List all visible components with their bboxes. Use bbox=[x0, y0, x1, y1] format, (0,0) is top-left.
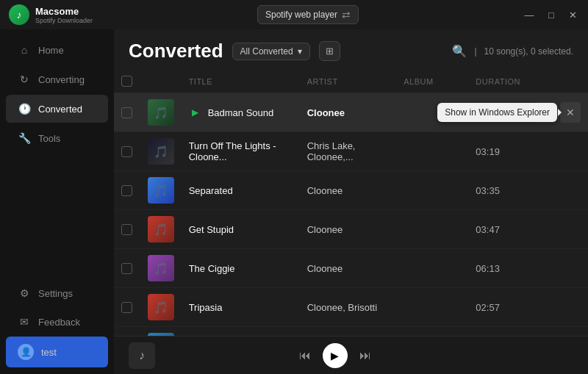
maximize-button[interactable]: □ bbox=[545, 9, 557, 21]
row-checkbox-cell bbox=[114, 171, 140, 210]
row-duration-cell: 06:13 bbox=[468, 249, 528, 288]
minimize-button[interactable]: — bbox=[523, 9, 535, 21]
row-checkbox-cell bbox=[114, 93, 140, 132]
feedback-icon: ✉ bbox=[18, 315, 31, 328]
row-album-cell bbox=[396, 132, 468, 171]
next-button[interactable]: ⏭ bbox=[359, 349, 371, 362]
header-artist-col: ARTIST bbox=[300, 70, 397, 93]
search-icon[interactable]: 🔍 bbox=[452, 44, 467, 58]
track-name: Tripasia bbox=[189, 302, 223, 313]
sidebar-bottom: ⚙ Settings ✉ Feedback 👤 test bbox=[0, 278, 114, 374]
row-artist-cell: Cloonee bbox=[300, 171, 397, 210]
row-title-cell: Get Stupid bbox=[182, 210, 300, 249]
header-right: 🔍 | 10 song(s), 0 selected. bbox=[452, 44, 573, 58]
track-name: The Ciggie bbox=[189, 263, 235, 274]
sidebar-item-converting[interactable]: ↻ Converting bbox=[6, 65, 108, 93]
sidebar-item-feedback[interactable]: ✉ Feedback bbox=[6, 308, 108, 336]
page-title: Converted bbox=[129, 40, 223, 62]
header-title-col: TITLE bbox=[182, 70, 300, 93]
row-checkbox[interactable] bbox=[121, 263, 132, 274]
track-duration: 03:47 bbox=[476, 224, 500, 235]
row-checkbox[interactable] bbox=[121, 302, 132, 313]
app-branding: ♪ Macsome Spotify Downloader bbox=[9, 4, 93, 25]
filter-dropdown[interactable]: All Converted ▾ bbox=[232, 43, 310, 60]
track-art: 🎵 bbox=[148, 138, 174, 165]
app-title: Macsome bbox=[35, 6, 93, 17]
row-artist-cell: Chris Lake, Cloonee,... bbox=[300, 132, 397, 171]
header-duration-col: DURATION bbox=[468, 70, 528, 93]
bottom-left: ♪ bbox=[129, 342, 155, 369]
row-artist-cell: Cloonee bbox=[300, 93, 397, 132]
track-art: 🎵 bbox=[148, 294, 174, 320]
artist-name: Cloonee bbox=[307, 224, 343, 235]
row-title-cell: Turn Off The Lights - Cloone... bbox=[182, 132, 300, 171]
table-row[interactable]: 🎵 Separated Cloonee 03:35 bbox=[114, 171, 588, 210]
artist-name: Cloonee, Brisotti bbox=[307, 302, 377, 313]
row-checkbox[interactable] bbox=[121, 107, 132, 118]
tooltip: Show in Windows Explorer bbox=[437, 103, 557, 122]
table-row[interactable]: 🎵 Love You Like That Cloonee 02:55 bbox=[114, 327, 588, 337]
prev-button[interactable]: ⏮ bbox=[299, 349, 311, 362]
app-body: ⌂ Home ↻ Converting 🕐 Converted 🔧 Tools … bbox=[0, 29, 588, 374]
row-album-cell bbox=[396, 327, 468, 337]
track-duration: 03:19 bbox=[476, 146, 500, 157]
row-actions-cell bbox=[528, 171, 588, 210]
row-duration-cell: 02:55 bbox=[468, 327, 528, 337]
home-icon: ⌂ bbox=[18, 43, 31, 57]
play-pause-button[interactable]: ▶ bbox=[323, 343, 348, 368]
app-subtitle: Spotify Downloader bbox=[35, 17, 93, 24]
table-header-row: TITLE ARTIST ALBUM DURATION bbox=[114, 70, 588, 93]
row-artist-cell: Cloonee bbox=[300, 210, 397, 249]
source-badge[interactable]: Spotify web player ⇄ bbox=[257, 5, 359, 24]
row-artist-cell: Cloonee bbox=[300, 249, 397, 288]
row-actions-cell bbox=[528, 210, 588, 249]
player-controls: ⏮ ▶ ⏭ bbox=[299, 343, 371, 368]
row-checkbox-cell bbox=[114, 327, 140, 337]
converted-icon: 🕐 bbox=[18, 102, 31, 115]
close-button[interactable]: ✕ bbox=[567, 9, 579, 21]
sidebar-item-home[interactable]: ⌂ Home bbox=[6, 36, 108, 64]
row-checkbox[interactable] bbox=[121, 224, 132, 235]
content-header: Converted All Converted ▾ ⊞ 🔍 | 10 song(… bbox=[114, 29, 588, 70]
sidebar-item-settings-label: Settings bbox=[38, 288, 73, 299]
user-profile[interactable]: 👤 test bbox=[6, 337, 108, 367]
sidebar: ⌂ Home ↻ Converting 🕐 Converted 🔧 Tools … bbox=[0, 29, 114, 374]
row-checkbox[interactable] bbox=[121, 185, 132, 196]
filter-label: All Converted bbox=[240, 46, 293, 57]
table-row[interactable]: 🎵 Get Stupid Cloonee 03:47 bbox=[114, 210, 588, 249]
header-art-col bbox=[140, 70, 182, 93]
app-name-block: Macsome Spotify Downloader bbox=[35, 6, 93, 24]
music-note-icon: ♪ bbox=[139, 349, 145, 362]
music-note-button[interactable]: ♪ bbox=[129, 342, 155, 369]
row-duration-cell: 02:57 bbox=[468, 288, 528, 327]
table-row[interactable]: 🎵 Tripasia Cloonee, Brisotti 02:57 bbox=[114, 288, 588, 327]
tools-icon: 🔧 bbox=[18, 132, 31, 145]
row-title-cell: Love You Like That bbox=[182, 327, 300, 337]
track-list: TITLE ARTIST ALBUM DURATION 🎵 ▶ Bad bbox=[114, 70, 588, 336]
table-row[interactable]: 🎵 ▶ Badman Sound Cloonee 02:56 📁 bbox=[114, 93, 588, 132]
row-checkbox-cell bbox=[114, 210, 140, 249]
row-title-cell: ▶ Badman Sound bbox=[182, 93, 300, 132]
track-art: 🎵 bbox=[148, 216, 174, 242]
sidebar-item-converted[interactable]: 🕐 Converted bbox=[6, 95, 108, 123]
row-checkbox[interactable] bbox=[121, 146, 132, 157]
row-checkbox-cell bbox=[114, 288, 140, 327]
row-album-cell bbox=[396, 210, 468, 249]
sidebar-item-converting-label: Converting bbox=[38, 74, 85, 85]
grid-view-button[interactable]: ⊞ bbox=[319, 41, 340, 61]
header-actions-col bbox=[528, 70, 588, 93]
sidebar-item-tools-label: Tools bbox=[38, 133, 60, 144]
select-all-checkbox[interactable] bbox=[121, 76, 132, 87]
row-actions-cell bbox=[528, 327, 588, 337]
table-row[interactable]: 🎵 The Ciggie Cloonee 06:13 bbox=[114, 249, 588, 288]
row-duration-cell: 03:19 bbox=[468, 132, 528, 171]
track-art: 🎵 bbox=[148, 177, 174, 204]
track-art: 🎵 bbox=[148, 255, 174, 281]
source-selector: Spotify web player ⇄ bbox=[257, 5, 359, 24]
table-row[interactable]: 🎵 Turn Off The Lights - Cloone... Chris … bbox=[114, 132, 588, 171]
sidebar-item-tools[interactable]: 🔧 Tools bbox=[6, 124, 108, 152]
source-swap-icon: ⇄ bbox=[342, 9, 351, 21]
artist-name: Cloonee bbox=[307, 107, 345, 118]
sidebar-item-settings[interactable]: ⚙ Settings bbox=[6, 279, 108, 307]
close-row-button[interactable]: ✕ bbox=[560, 102, 581, 123]
